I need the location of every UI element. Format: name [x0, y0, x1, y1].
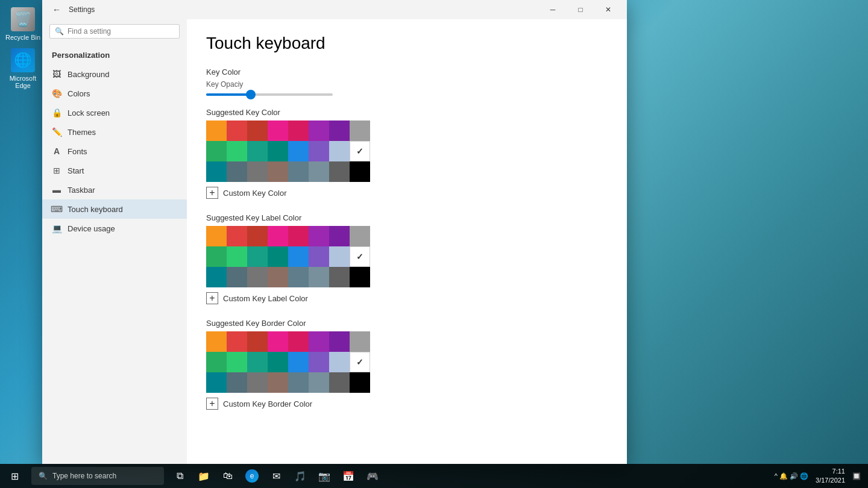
color-swatch-7[interactable] [350, 331, 370, 352]
edge-button[interactable]: e [241, 464, 263, 488]
search-box[interactable]: 🔍 [49, 24, 180, 39]
search-input[interactable] [68, 27, 174, 36]
color-swatch-20[interactable] [288, 372, 309, 393]
edge-desktop-icon[interactable]: 🌐 Microsoft Edge [5, 48, 41, 89]
color-swatch-11[interactable] [268, 246, 288, 267]
color-swatch-23[interactable] [350, 267, 370, 287]
color-swatch-4[interactable] [288, 331, 309, 352]
sidebar-item-fonts[interactable]: A Fonts [42, 142, 187, 161]
color-swatch-16[interactable] [206, 161, 227, 182]
opacity-slider-track[interactable] [206, 93, 333, 96]
sidebar-item-taskbar[interactable]: ▬ Taskbar [42, 180, 187, 199]
color-swatch-7[interactable] [350, 120, 370, 141]
color-swatch-8[interactable] [206, 141, 227, 161]
color-swatch-11[interactable] [268, 141, 288, 161]
color-swatch-0[interactable] [206, 120, 227, 141]
task-view-button[interactable]: ⧉ [169, 464, 190, 488]
color-swatch-21[interactable] [309, 161, 329, 182]
recycle-bin-icon[interactable]: 🗑️ Recycle Bin [5, 7, 41, 41]
sidebar-item-device-usage[interactable]: 💻 Device usage [42, 219, 187, 238]
sidebar-item-lock-screen[interactable]: 🔒 Lock screen [42, 103, 187, 122]
color-swatch-11[interactable] [268, 352, 288, 372]
color-swatch-9[interactable] [227, 141, 247, 161]
color-swatch-13[interactable] [309, 246, 329, 267]
color-swatch-14[interactable] [329, 352, 350, 372]
maximize-button[interactable]: □ [567, 0, 594, 19]
start-button[interactable]: ⊞ [0, 464, 29, 488]
color-swatch-21[interactable] [309, 267, 329, 287]
opacity-slider-thumb[interactable] [246, 90, 256, 99]
music-button[interactable]: 🎵 [289, 464, 311, 488]
color-swatch-2[interactable] [247, 226, 268, 246]
color-swatch-18[interactable] [247, 161, 268, 182]
color-swatch-17[interactable] [227, 267, 247, 287]
color-swatch-19[interactable] [268, 372, 288, 393]
color-swatch-0[interactable] [206, 331, 227, 352]
color-swatch-23[interactable] [350, 161, 370, 182]
color-swatch-12[interactable] [288, 246, 309, 267]
color-swatch-22[interactable] [329, 372, 350, 393]
color-swatch-13[interactable] [309, 141, 329, 161]
color-swatch-7[interactable] [350, 226, 370, 246]
color-swatch-21[interactable] [309, 372, 329, 393]
color-swatch-15[interactable] [350, 352, 370, 372]
custom-key-label-color-button[interactable]: + Custom Key Label Color [206, 292, 608, 304]
color-swatch-17[interactable] [227, 372, 247, 393]
sidebar-item-colors[interactable]: 🎨 Colors [42, 84, 187, 103]
color-swatch-4[interactable] [288, 120, 309, 141]
color-swatch-1[interactable] [227, 120, 247, 141]
sidebar-item-background[interactable]: 🖼 Background [42, 64, 187, 84]
color-swatch-22[interactable] [329, 267, 350, 287]
photos-button[interactable]: 📷 [313, 464, 335, 488]
color-swatch-0[interactable] [206, 226, 227, 246]
color-swatch-3[interactable] [268, 331, 288, 352]
calendar-button[interactable]: 📅 [338, 464, 359, 488]
color-swatch-6[interactable] [329, 226, 350, 246]
color-swatch-12[interactable] [288, 141, 309, 161]
color-swatch-3[interactable] [268, 120, 288, 141]
color-swatch-18[interactable] [247, 372, 268, 393]
color-swatch-6[interactable] [329, 331, 350, 352]
color-swatch-5[interactable] [309, 120, 329, 141]
color-swatch-9[interactable] [227, 246, 247, 267]
minimize-button[interactable]: ─ [539, 0, 567, 19]
color-swatch-8[interactable] [206, 246, 227, 267]
notification-icon[interactable]: 🔲 [852, 472, 861, 480]
color-swatch-4[interactable] [288, 226, 309, 246]
color-swatch-22[interactable] [329, 161, 350, 182]
sidebar-item-start[interactable]: ⊞ Start [42, 161, 187, 180]
color-swatch-17[interactable] [227, 161, 247, 182]
mail-button[interactable]: ✉ [265, 464, 287, 488]
color-swatch-20[interactable] [288, 267, 309, 287]
color-swatch-18[interactable] [247, 267, 268, 287]
color-swatch-20[interactable] [288, 161, 309, 182]
color-swatch-5[interactable] [309, 331, 329, 352]
custom-key-border-color-button[interactable]: + Custom Key Border Color [206, 398, 608, 410]
color-swatch-2[interactable] [247, 120, 268, 141]
color-swatch-16[interactable] [206, 372, 227, 393]
color-swatch-14[interactable] [329, 246, 350, 267]
back-button[interactable]: ← [47, 0, 66, 19]
custom-key-color-button[interactable]: + Custom Key Color [206, 187, 608, 199]
color-swatch-3[interactable] [268, 226, 288, 246]
color-swatch-23[interactable] [350, 372, 370, 393]
color-swatch-19[interactable] [268, 267, 288, 287]
color-swatch-12[interactable] [288, 352, 309, 372]
sidebar-item-touch-keyboard[interactable]: ⌨ Touch keyboard [42, 199, 187, 219]
color-swatch-10[interactable] [247, 246, 268, 267]
color-swatch-1[interactable] [227, 226, 247, 246]
close-button[interactable]: ✕ [594, 0, 622, 19]
store-button[interactable]: 🛍 [217, 464, 239, 488]
file-explorer-button[interactable]: 📁 [193, 464, 215, 488]
color-swatch-15[interactable] [350, 141, 370, 161]
color-swatch-19[interactable] [268, 161, 288, 182]
xbox-button[interactable]: 🎮 [362, 464, 383, 488]
color-swatch-1[interactable] [227, 331, 247, 352]
color-swatch-6[interactable] [329, 120, 350, 141]
color-swatch-10[interactable] [247, 352, 268, 372]
color-swatch-13[interactable] [309, 352, 329, 372]
sidebar-item-themes[interactable]: ✏️ Themes [42, 122, 187, 142]
color-swatch-8[interactable] [206, 352, 227, 372]
color-swatch-5[interactable] [309, 226, 329, 246]
color-swatch-9[interactable] [227, 352, 247, 372]
